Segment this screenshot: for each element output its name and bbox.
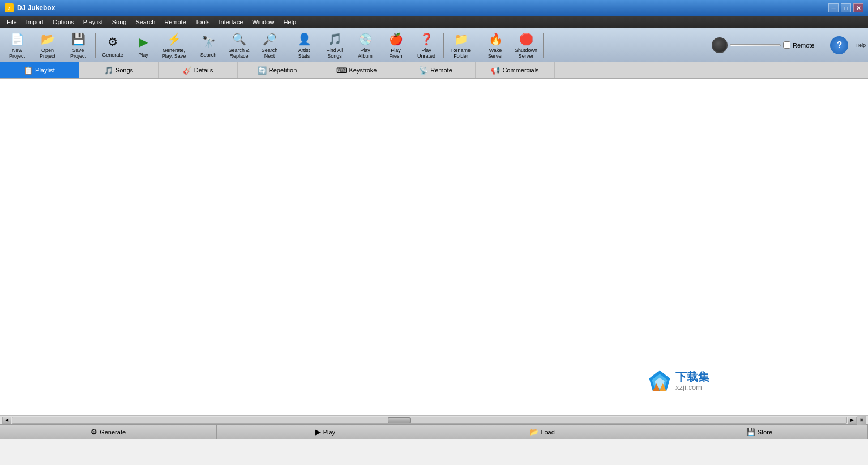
menu-search[interactable]: Search (131, 16, 160, 28)
remote-checkbox[interactable]: Remote (783, 41, 815, 49)
status-generate-icon: ⚙ (91, 428, 97, 436)
watermark-diamond-icon (648, 369, 671, 392)
menu-import[interactable]: Import (22, 16, 48, 28)
save-project-label: SaveProject (70, 48, 86, 59)
search-next-label: SearchNext (262, 48, 278, 59)
status-load-button[interactable]: 📂 Load (434, 425, 651, 439)
tab-remote[interactable]: 📡 Remote (396, 62, 476, 78)
shutdown-server-icon: 🛑 (517, 32, 535, 46)
title-bar: ♪ DJ Jukebox ─ □ ✕ (0, 0, 868, 16)
window-controls: ─ □ ✕ (828, 3, 863, 12)
menu-song[interactable]: Song (108, 16, 131, 28)
play-album-button[interactable]: 💿 PlayAlbum (350, 30, 380, 61)
new-project-icon: 📄 (8, 32, 26, 46)
play-fresh-label: PlayFresh (389, 48, 402, 59)
watermark-logo: 下载集 xzji.com (648, 369, 709, 392)
play-icon: ▶ (134, 33, 152, 51)
tab-songs[interactable]: 🎵 Songs (79, 62, 159, 78)
close-button[interactable]: ✕ (853, 3, 863, 12)
keystroke-tab-label: Keystroke (349, 67, 377, 74)
repetition-tab-label: Repetition (269, 67, 297, 74)
horizontal-scrollbar[interactable]: ◀ ▶ ⊞ (0, 415, 868, 424)
volume-slider[interactable] (730, 44, 781, 46)
menu-window[interactable]: Window (247, 16, 279, 28)
toolbar-right: Remote ? Help (712, 36, 866, 54)
tab-commercials[interactable]: 📢 Commercials (476, 62, 555, 78)
separator-5 (478, 33, 478, 58)
scroll-left-button[interactable]: ◀ (2, 417, 11, 424)
help-button[interactable]: ? (830, 36, 848, 54)
search-next-icon: 🔎 (260, 32, 279, 46)
scroll-right-button[interactable]: ▶ (848, 417, 857, 424)
save-project-button[interactable]: 💾 SaveProject (63, 30, 93, 61)
search-replace-button[interactable]: 🔍 Search &Replace (224, 30, 254, 61)
artist-stats-button[interactable]: 👤 ArtistStats (289, 30, 319, 61)
separator-1 (95, 33, 96, 58)
search-replace-label: Search &Replace (228, 48, 249, 59)
menu-interface[interactable]: Interface (214, 16, 247, 28)
menu-options[interactable]: Options (48, 16, 79, 28)
rename-folder-label: RenameFolder (451, 48, 471, 59)
play-album-label: PlayAlbum (358, 48, 373, 59)
scroll-track[interactable] (12, 417, 847, 424)
generate-play-save-button[interactable]: ⚡ Generate,Play, Save (159, 30, 189, 61)
rename-folder-button[interactable]: 📁 RenameFolder (446, 30, 476, 61)
menu-help[interactable]: Help (279, 16, 301, 28)
status-play-icon: ▶ (315, 428, 321, 436)
generate-play-save-icon: ⚡ (165, 32, 183, 46)
maximize-button[interactable]: □ (841, 3, 851, 12)
details-tab-label: Details (194, 67, 213, 74)
remote-checkbox-input[interactable] (783, 41, 790, 49)
status-play-label: Play (323, 429, 335, 436)
find-all-songs-button[interactable]: 🎵 Find AllSongs (320, 30, 349, 61)
menu-file[interactable]: File (2, 16, 22, 28)
tab-details[interactable]: 🎸 Details (159, 62, 238, 78)
menu-remote[interactable]: Remote (160, 16, 191, 28)
details-tab-icon: 🎸 (183, 66, 192, 75)
toolbar: 📄 NewProject 📂 OpenProject 💾 SaveProject… (0, 28, 868, 62)
artist-stats-icon: 👤 (295, 32, 313, 46)
minimize-button[interactable]: ─ (828, 3, 839, 12)
menu-playlist[interactable]: Playlist (79, 16, 108, 28)
resize-corner[interactable]: ⊞ (857, 416, 866, 425)
playlist-tab-label: Playlist (35, 67, 55, 74)
play-unrated-button[interactable]: ❓ PlayUnrated (412, 30, 441, 61)
play-label: Play (138, 52, 148, 58)
play-fresh-button[interactable]: 🍎 PlayFresh (381, 30, 411, 61)
search-replace-icon: 🔍 (230, 32, 248, 46)
play-unrated-label: PlayUnrated (417, 48, 435, 59)
wake-server-button[interactable]: 🔥 WakeServer (481, 30, 510, 61)
scroll-thumb[interactable] (388, 417, 411, 423)
status-load-icon: 📂 (529, 428, 538, 436)
generate-button[interactable]: ⚙ Generate (98, 30, 127, 61)
play-album-icon: 💿 (356, 32, 374, 46)
status-generate-button[interactable]: ⚙ Generate (0, 425, 217, 439)
app-icon: ♪ (5, 3, 14, 12)
separator-2 (191, 33, 191, 58)
volume-knob[interactable] (712, 37, 728, 53)
status-store-button[interactable]: 💾 Store (651, 425, 868, 439)
generate-icon: ⚙ (104, 33, 122, 51)
tab-keystroke[interactable]: ⌨ Keystroke (317, 62, 396, 78)
help-label: Help (855, 42, 866, 48)
songs-tab-icon: 🎵 (104, 66, 113, 75)
status-load-label: Load (541, 429, 554, 436)
menu-tools[interactable]: Tools (191, 16, 215, 28)
open-project-button[interactable]: 📂 OpenProject (33, 30, 62, 61)
status-play-button[interactable]: ▶ Play (217, 425, 434, 439)
watermark-url: xzji.com (675, 383, 709, 391)
search-button[interactable]: 🔭 Search (194, 30, 223, 61)
search-next-button[interactable]: 🔎 SearchNext (255, 30, 284, 61)
play-unrated-icon: ❓ (417, 32, 435, 46)
find-all-songs-label: Find AllSongs (326, 48, 343, 59)
status-generate-label: Generate (100, 429, 126, 436)
new-project-button[interactable]: 📄 NewProject (2, 30, 32, 61)
shutdown-server-button[interactable]: 🛑 ShutdownServer (511, 30, 541, 61)
play-button[interactable]: ▶ Play (129, 30, 158, 61)
tab-repetition[interactable]: 🔄 Repetition (238, 62, 317, 78)
tabs-bar: 📋 Playlist 🎵 Songs 🎸 Details 🔄 Repetitio… (0, 62, 868, 79)
tab-playlist[interactable]: 📋 Playlist (0, 62, 79, 78)
remote-tab-label: Remote (430, 67, 452, 74)
new-project-label: NewProject (9, 48, 25, 59)
open-project-icon: 📂 (39, 32, 57, 46)
